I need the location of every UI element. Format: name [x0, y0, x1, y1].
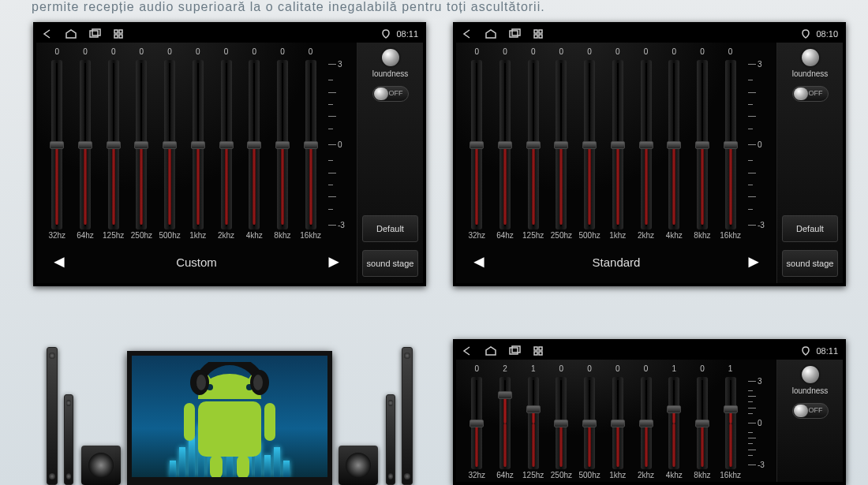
svg-rect-1	[92, 29, 100, 35]
slider-value: 0	[559, 47, 564, 58]
eq-slider[interactable]: 0250hz	[548, 47, 574, 242]
svg-rect-0	[90, 31, 98, 37]
eq-slider[interactable]: 0125hz	[100, 47, 126, 242]
svg-rect-8	[534, 30, 537, 33]
scale-label: -3	[758, 461, 765, 469]
mode-label: Standard	[593, 256, 641, 269]
slider-band-label: 64hz	[496, 231, 514, 242]
sound-stage-button[interactable]: sound stage	[782, 250, 838, 277]
next-mode-button[interactable]: ►	[325, 252, 342, 272]
eq-slider[interactable]: 016khz	[717, 47, 743, 242]
eq-slider[interactable]: 02khz	[633, 364, 659, 482]
slider-value: 2	[503, 364, 507, 375]
eq-sliders[interactable]: 032hz064hz0125hz0250hz0500hz01khz02khz04…	[43, 47, 327, 242]
eq-slider[interactable]: 1125hz	[520, 364, 546, 482]
eq-slider[interactable]: 08khz	[690, 364, 716, 482]
prev-mode-button[interactable]: ◄	[51, 252, 68, 272]
slider-value: 0	[196, 47, 200, 58]
back-icon[interactable]	[461, 345, 473, 356]
sound-stage-button[interactable]: sound stage	[362, 250, 418, 277]
eq-slider[interactable]: 032hz	[464, 364, 490, 482]
svg-rect-3	[119, 30, 122, 33]
eq-slider[interactable]: 01khz	[605, 364, 631, 482]
back-icon[interactable]	[41, 28, 54, 39]
eq-slider[interactable]: 0125hz	[520, 47, 546, 242]
slider-band-label: 16khz	[720, 231, 741, 242]
toggle-state: OFF	[389, 89, 403, 97]
slider-band-label: 32hz	[468, 231, 485, 242]
eq-slider[interactable]: 02khz	[633, 47, 659, 242]
eq-slider[interactable]: 064hz	[492, 47, 518, 242]
eq-slider[interactable]: 01khz	[185, 47, 211, 242]
recent-icon[interactable]	[508, 28, 522, 39]
prev-mode-button[interactable]: ◄	[470, 252, 488, 272]
loudness-toggle[interactable]: OFF	[792, 403, 829, 419]
eq-slider[interactable]: 0500hz	[157, 47, 183, 242]
scale-label: -3	[338, 221, 345, 229]
apps-icon[interactable]	[533, 29, 543, 39]
eq-slider[interactable]: 264hz	[492, 364, 518, 482]
eq-slider[interactable]: 08khz	[270, 47, 296, 242]
default-button[interactable]: Default	[362, 215, 418, 242]
loudness-knob[interactable]	[802, 49, 819, 66]
home-icon[interactable]	[485, 28, 497, 39]
slider-band-label: 500hz	[578, 231, 600, 242]
slider-band-label: 500hz	[578, 471, 600, 482]
eq-slider[interactable]: 064hz	[73, 47, 99, 242]
loudness-knob[interactable]	[382, 49, 399, 66]
home-icon[interactable]	[65, 28, 77, 39]
slider-band-label: 1khz	[609, 471, 626, 482]
eq-slider[interactable]: 0250hz	[548, 364, 574, 482]
svg-rect-12	[510, 348, 518, 354]
android-nav-bar: 08:10	[456, 25, 843, 43]
slider-band-label: 4khz	[246, 231, 263, 242]
eq-slider[interactable]: 01khz	[605, 47, 631, 242]
eq-slider[interactable]: 0250hz	[129, 47, 155, 242]
eq-slider[interactable]: 016khz	[297, 47, 324, 242]
slider-value: 0	[587, 47, 592, 58]
recent-icon[interactable]	[508, 345, 522, 356]
eq-sliders[interactable]: 032hz264hz1125hz0250hz0500hz01khz02khz14…	[462, 364, 746, 482]
loudness-toggle[interactable]: OFF	[372, 86, 409, 102]
tv-screen	[127, 351, 332, 485]
android-nav-bar: 08:11	[456, 342, 843, 360]
slider-value: 0	[167, 47, 172, 58]
default-button[interactable]: Default	[782, 215, 838, 242]
scale-label: 0	[338, 140, 342, 149]
back-icon[interactable]	[461, 28, 473, 39]
apps-icon[interactable]	[114, 29, 123, 39]
slider-band-label: 1khz	[189, 231, 206, 242]
eq-slider[interactable]: 032hz	[44, 47, 70, 242]
loudness-knob[interactable]	[802, 366, 819, 383]
eq-slider[interactable]: 116khz	[717, 364, 743, 482]
eq-slider[interactable]: 04khz	[661, 47, 687, 242]
location-icon	[382, 29, 390, 39]
slider-band-label: 125hz	[103, 231, 124, 242]
subwoofer-icon	[81, 446, 121, 485]
android-mascot-icon	[166, 362, 293, 480]
next-mode-button[interactable]: ►	[745, 252, 762, 272]
eq-slider[interactable]: 0500hz	[577, 364, 603, 482]
eq-slider[interactable]: 02khz	[213, 47, 239, 242]
scale-label: 0	[758, 419, 762, 427]
svg-rect-9	[539, 30, 542, 33]
status-clock: 08:11	[816, 346, 838, 356]
recent-icon[interactable]	[88, 28, 103, 39]
svg-rect-14	[534, 347, 537, 350]
slider-value: 0	[615, 364, 620, 375]
svg-rect-7	[512, 29, 520, 35]
eq-sliders[interactable]: 032hz064hz0125hz0250hz0500hz01khz02khz04…	[462, 47, 746, 242]
home-icon[interactable]	[485, 345, 497, 356]
eq-scale: 30-3	[748, 364, 770, 482]
slider-value: 0	[503, 47, 507, 58]
slider-value: 0	[531, 47, 536, 58]
slider-band-label: 8khz	[694, 471, 710, 482]
eq-slider[interactable]: 0500hz	[577, 47, 603, 242]
eq-slider[interactable]: 14khz	[661, 364, 687, 482]
apps-icon[interactable]	[533, 346, 543, 356]
subwoofer-icon	[339, 446, 378, 485]
eq-slider[interactable]: 04khz	[241, 47, 268, 242]
loudness-toggle[interactable]: OFF	[792, 86, 829, 102]
eq-slider[interactable]: 08khz	[690, 47, 716, 242]
eq-slider[interactable]: 032hz	[464, 47, 490, 242]
